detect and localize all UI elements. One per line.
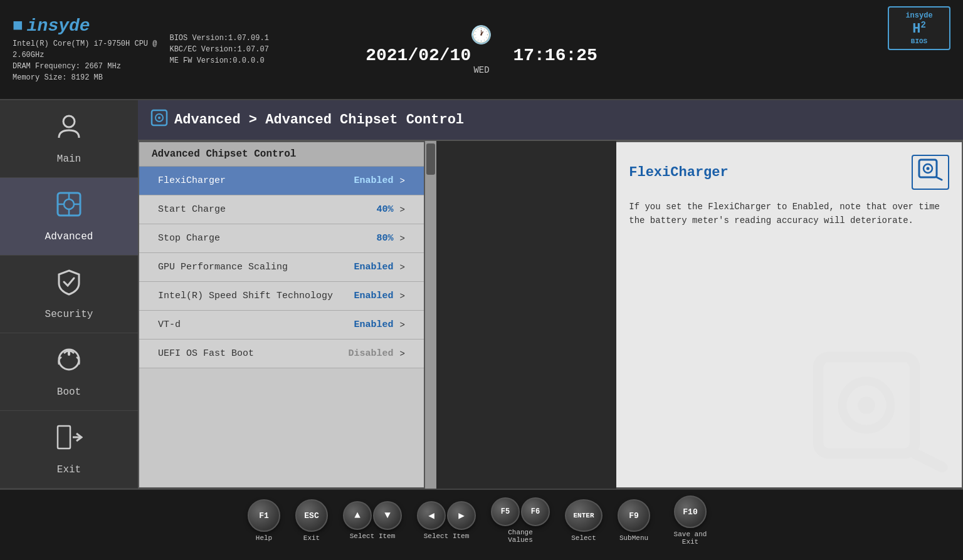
uefi-boot-right: Disabled >	[349, 348, 405, 359]
flexicharger-value: Enabled	[354, 175, 394, 186]
sidebar-security-label: Security	[45, 309, 93, 320]
svg-point-0	[63, 116, 75, 127]
footer-key-esc: ESC Exit	[295, 499, 328, 542]
leftright-group: ◀ ▶	[417, 501, 476, 530]
vtd-arrow: >	[400, 320, 405, 330]
speed-shift-value: Enabled	[354, 291, 394, 301]
settings-item-flexicharger[interactable]: FlexiCharger Enabled >	[139, 167, 424, 195]
svg-point-13	[158, 117, 160, 119]
exit-icon	[55, 423, 83, 459]
header-date: 2021/02/10	[366, 46, 471, 65]
header-day: WED	[473, 65, 489, 75]
info-panel-description: If you set the FlexiCharger to Enabled, …	[629, 200, 949, 228]
sidebar-item-main[interactable]: Main	[0, 100, 138, 178]
sidebar: Main Advanced Se	[0, 100, 138, 489]
scroll-thumb[interactable]	[426, 143, 435, 175]
f1-label: Help	[256, 534, 272, 542]
svg-line-17	[937, 177, 942, 180]
footer-key-updown: ▲ ▼ Select Item	[343, 501, 402, 540]
logo-icon: ■	[13, 16, 23, 36]
start-charge-right: 40% >	[377, 204, 405, 215]
datetime: 2021/02/10 17:16:25	[366, 46, 597, 65]
up-button[interactable]: ▲	[343, 501, 372, 530]
header-right: insyde H2 BIOS	[888, 6, 950, 50]
clock-icon: 🕐	[470, 24, 492, 46]
right-button[interactable]: ▶	[447, 501, 476, 530]
scrollbar[interactable]	[425, 141, 436, 489]
settings-panel: Advanced Chipset Control FlexiCharger En…	[138, 141, 425, 489]
gpu-scaling-arrow: >	[400, 262, 405, 272]
f9-label: SubMenu	[619, 534, 648, 542]
sidebar-item-exit[interactable]: Exit	[0, 411, 138, 489]
uefi-boot-arrow: >	[400, 349, 405, 359]
svg-point-16	[927, 167, 930, 170]
cpu-line2: 2.60GHz	[13, 51, 44, 60]
esc-label: Exit	[303, 534, 320, 542]
sidebar-item-boot[interactable]: Boot	[0, 333, 138, 411]
sidebar-item-advanced[interactable]: Advanced	[0, 178, 138, 256]
uefi-boot-value: Disabled	[349, 348, 394, 359]
header-left: ■ insyde Intel(R) Core(TM) i7-9750H CPU …	[13, 16, 157, 83]
speed-shift-label: Intel(R) Speed Shift Technology	[158, 291, 333, 301]
svg-point-20	[858, 397, 875, 414]
sidebar-boot-label: Boot	[57, 386, 81, 398]
start-charge-label: Start Charge	[158, 204, 226, 215]
f5f6-label: Change Values	[495, 529, 545, 544]
stop-charge-arrow: >	[400, 234, 405, 244]
svg-rect-9	[58, 426, 70, 449]
footer-key-f1: F1 Help	[248, 499, 280, 542]
svg-point-2	[64, 199, 74, 209]
settings-item-gpu-scaling[interactable]: GPU Performance Scaling Enabled >	[139, 253, 424, 282]
speed-shift-arrow: >	[400, 291, 405, 301]
header: ■ insyde Intel(R) Core(TM) i7-9750H CPU …	[0, 0, 963, 100]
breadcrumb-bar: Advanced > Advanced Chipset Control	[138, 100, 963, 141]
esc-button[interactable]: ESC	[295, 499, 328, 532]
stop-charge-value: 80%	[377, 233, 394, 244]
sidebar-exit-label: Exit	[57, 464, 81, 475]
settings-item-uefi-boot[interactable]: UEFI OS Fast Boot Disabled >	[139, 340, 424, 368]
content-area: Advanced > Advanced Chipset Control Adva…	[138, 100, 963, 489]
f5-button[interactable]: F5	[491, 497, 520, 526]
settings-item-start-charge[interactable]: Start Charge 40% >	[139, 195, 424, 224]
flexicharger-arrow: >	[400, 176, 405, 186]
advanced-icon	[55, 190, 83, 226]
enter-button[interactable]: ENTER	[565, 499, 603, 532]
settings-panel-wrapper: Advanced Chipset Control FlexiCharger En…	[138, 141, 616, 489]
stop-charge-label: Stop Charge	[158, 233, 220, 244]
footer-key-enter: ENTER Select	[565, 499, 603, 542]
flexicharger-label: FlexiCharger	[158, 175, 226, 186]
left-button[interactable]: ◀	[417, 501, 446, 530]
flexicharger-right: Enabled >	[354, 175, 405, 186]
footer-key-leftright: ◀ ▶ Select Item	[417, 501, 476, 540]
uefi-boot-label: UEFI OS Fast Boot	[158, 348, 254, 359]
main-icon	[55, 113, 83, 148]
gpu-scaling-label: GPU Performance Scaling	[158, 262, 288, 272]
updown-label: Select Item	[350, 532, 396, 540]
bios-line2: KBC/EC Version:1.07.07	[169, 45, 268, 54]
logo-text: insyde	[27, 16, 90, 36]
cpu-info: Intel(R) Core(TM) i7-9750H CPU @ 2.60GHz…	[13, 38, 157, 83]
breadcrumb-icon	[150, 109, 168, 131]
bios-line1: BIOS Version:1.07.09.1	[169, 34, 268, 43]
f6-button[interactable]: F6	[521, 497, 550, 526]
sidebar-item-security[interactable]: Security	[0, 256, 138, 333]
f1-button[interactable]: F1	[248, 499, 280, 532]
bios-info: BIOS Version:1.07.09.1 KBC/EC Version:1.…	[169, 33, 268, 66]
settings-item-speed-shift[interactable]: Intel(R) Speed Shift Technology Enabled …	[139, 282, 424, 311]
settings-section-header: Advanced Chipset Control	[139, 142, 424, 167]
down-button[interactable]: ▼	[373, 501, 402, 530]
start-charge-value: 40%	[377, 204, 394, 215]
header-time: 17:16:25	[513, 46, 597, 65]
f10-button[interactable]: F10	[674, 495, 707, 528]
info-panel: FlexiCharger If you set the FlexiCharger…	[616, 141, 963, 489]
settings-item-stop-charge[interactable]: Stop Charge 80% >	[139, 224, 424, 253]
speed-shift-right: Enabled >	[354, 291, 405, 301]
svg-line-21	[915, 454, 942, 467]
sidebar-main-label: Main	[57, 153, 81, 165]
insyde-logo: ■ insyde	[13, 16, 157, 36]
bios-line3: ME FW Version:0.0.0.0	[169, 56, 264, 65]
cpu-line1: Intel(R) Core(TM) i7-9750H CPU @	[13, 39, 157, 48]
insyde-h2-logo: insyde H2 BIOS	[888, 6, 950, 50]
settings-item-vtd[interactable]: VT-d Enabled >	[139, 311, 424, 340]
f9-button[interactable]: F9	[618, 499, 650, 532]
